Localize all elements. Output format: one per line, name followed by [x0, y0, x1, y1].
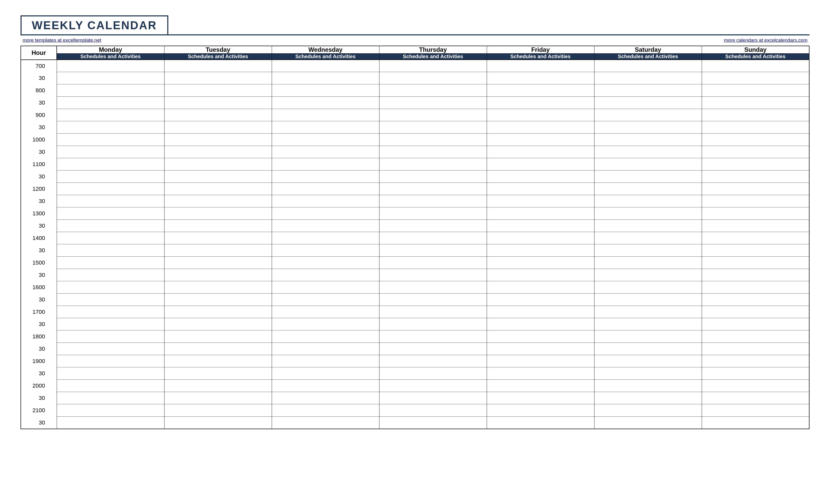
schedule-slot[interactable] — [594, 170, 702, 183]
schedule-slot[interactable] — [594, 318, 702, 331]
schedule-slot[interactable] — [594, 355, 702, 367]
schedule-slot[interactable] — [702, 183, 809, 195]
schedule-slot[interactable] — [164, 183, 272, 195]
schedule-slot[interactable] — [379, 416, 487, 429]
schedule-slot[interactable] — [594, 367, 702, 380]
schedule-slot[interactable] — [379, 331, 487, 343]
schedule-slot[interactable] — [272, 416, 379, 429]
schedule-slot[interactable] — [702, 306, 809, 318]
schedule-slot[interactable] — [487, 380, 594, 392]
schedule-slot[interactable] — [164, 294, 272, 306]
schedule-slot[interactable] — [379, 207, 487, 220]
schedule-slot[interactable] — [379, 281, 487, 294]
schedule-slot[interactable] — [164, 257, 272, 269]
schedule-slot[interactable] — [379, 380, 487, 392]
schedule-slot[interactable] — [272, 257, 379, 269]
schedule-slot[interactable] — [272, 343, 379, 355]
schedule-slot[interactable] — [379, 85, 487, 97]
schedule-slot[interactable] — [594, 146, 702, 158]
schedule-slot[interactable] — [702, 416, 809, 429]
schedule-slot[interactable] — [594, 220, 702, 232]
schedule-slot[interactable] — [57, 232, 164, 244]
schedule-slot[interactable] — [272, 183, 379, 195]
schedule-slot[interactable] — [594, 158, 702, 170]
schedule-slot[interactable] — [379, 318, 487, 331]
schedule-slot[interactable] — [379, 220, 487, 232]
schedule-slot[interactable] — [487, 404, 594, 416]
schedule-slot[interactable] — [487, 121, 594, 134]
schedule-slot[interactable] — [164, 331, 272, 343]
schedule-slot[interactable] — [379, 170, 487, 183]
schedule-slot[interactable] — [702, 294, 809, 306]
schedule-slot[interactable] — [272, 281, 379, 294]
schedule-slot[interactable] — [702, 170, 809, 183]
schedule-slot[interactable] — [594, 331, 702, 343]
schedule-slot[interactable] — [379, 97, 487, 109]
schedule-slot[interactable] — [379, 392, 487, 404]
schedule-slot[interactable] — [487, 207, 594, 220]
schedule-slot[interactable] — [57, 97, 164, 109]
schedule-slot[interactable] — [594, 109, 702, 121]
schedule-slot[interactable] — [702, 195, 809, 207]
schedule-slot[interactable] — [57, 331, 164, 343]
schedule-slot[interactable] — [379, 121, 487, 134]
schedule-slot[interactable] — [272, 158, 379, 170]
schedule-slot[interactable] — [379, 134, 487, 146]
schedule-slot[interactable] — [164, 72, 272, 85]
schedule-slot[interactable] — [272, 355, 379, 367]
schedule-slot[interactable] — [379, 306, 487, 318]
schedule-slot[interactable] — [272, 134, 379, 146]
schedule-slot[interactable] — [164, 355, 272, 367]
schedule-slot[interactable] — [272, 220, 379, 232]
schedule-slot[interactable] — [272, 306, 379, 318]
schedule-slot[interactable] — [164, 244, 272, 257]
schedule-slot[interactable] — [379, 195, 487, 207]
schedule-slot[interactable] — [702, 72, 809, 85]
schedule-slot[interactable] — [487, 85, 594, 97]
schedule-slot[interactable] — [57, 367, 164, 380]
schedule-slot[interactable] — [379, 355, 487, 367]
schedule-slot[interactable] — [594, 121, 702, 134]
schedule-slot[interactable] — [594, 281, 702, 294]
schedule-slot[interactable] — [702, 244, 809, 257]
schedule-slot[interactable] — [594, 134, 702, 146]
schedule-slot[interactable] — [702, 109, 809, 121]
schedule-slot[interactable] — [702, 392, 809, 404]
schedule-slot[interactable] — [379, 343, 487, 355]
schedule-slot[interactable] — [272, 380, 379, 392]
schedule-slot[interactable] — [594, 195, 702, 207]
schedule-slot[interactable] — [164, 380, 272, 392]
schedule-slot[interactable] — [487, 195, 594, 207]
schedule-slot[interactable] — [272, 170, 379, 183]
schedule-slot[interactable] — [57, 416, 164, 429]
schedule-slot[interactable] — [57, 380, 164, 392]
schedule-slot[interactable] — [57, 306, 164, 318]
schedule-slot[interactable] — [272, 60, 379, 72]
schedule-slot[interactable] — [487, 306, 594, 318]
schedule-slot[interactable] — [164, 97, 272, 109]
schedule-slot[interactable] — [379, 146, 487, 158]
schedule-slot[interactable] — [594, 306, 702, 318]
calendars-link[interactable]: more calendars at excelcalendars.com — [724, 37, 807, 43]
schedule-slot[interactable] — [487, 355, 594, 367]
schedule-slot[interactable] — [379, 109, 487, 121]
schedule-slot[interactable] — [57, 195, 164, 207]
schedule-slot[interactable] — [164, 232, 272, 244]
schedule-slot[interactable] — [57, 109, 164, 121]
schedule-slot[interactable] — [487, 331, 594, 343]
schedule-slot[interactable] — [164, 392, 272, 404]
schedule-slot[interactable] — [487, 416, 594, 429]
schedule-slot[interactable] — [57, 158, 164, 170]
schedule-slot[interactable] — [487, 367, 594, 380]
schedule-slot[interactable] — [702, 331, 809, 343]
schedule-slot[interactable] — [594, 72, 702, 85]
schedule-slot[interactable] — [702, 158, 809, 170]
schedule-slot[interactable] — [164, 109, 272, 121]
schedule-slot[interactable] — [57, 220, 164, 232]
schedule-slot[interactable] — [594, 207, 702, 220]
schedule-slot[interactable] — [164, 195, 272, 207]
schedule-slot[interactable] — [164, 269, 272, 281]
schedule-slot[interactable] — [702, 207, 809, 220]
schedule-slot[interactable] — [379, 367, 487, 380]
schedule-slot[interactable] — [702, 232, 809, 244]
